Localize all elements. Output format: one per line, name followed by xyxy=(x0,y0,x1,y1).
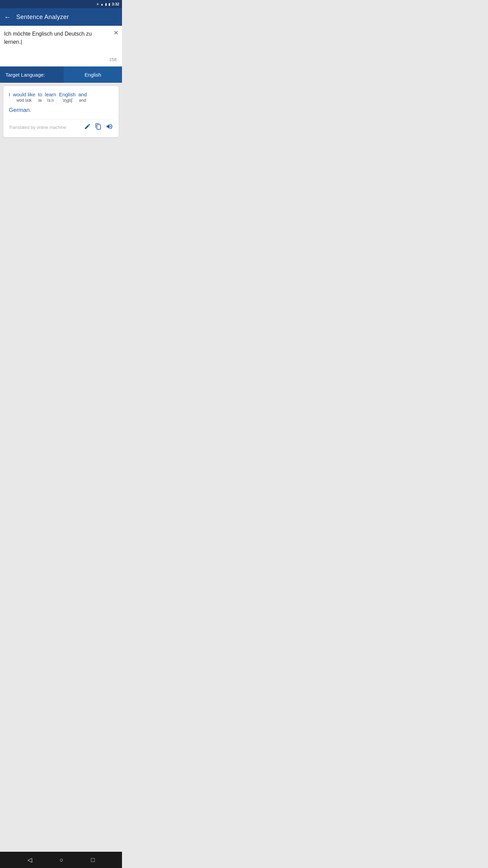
status-bar: ✳ ▲ ▮ ▮ 3:32 xyxy=(0,0,122,8)
word-phonetic: wʊd laɪk xyxy=(17,98,32,103)
word-main: and xyxy=(78,92,87,97)
word-phonetic: tə xyxy=(38,98,42,103)
word-item-learn: learn lɜːn xyxy=(45,92,56,103)
char-count: 158 xyxy=(4,56,118,65)
word-item-english: English ˈɪŋglɪʃ xyxy=(59,92,76,103)
edit-icon[interactable] xyxy=(84,123,91,132)
translated-extra: German. xyxy=(9,107,113,114)
signal-icon: ▲ xyxy=(100,2,104,6)
word-main: would like xyxy=(13,92,35,97)
volume-icon[interactable] xyxy=(106,123,113,132)
word-item-to: to tə xyxy=(38,92,42,103)
page-title: Sentence Analyzer xyxy=(16,14,69,21)
word-main: I xyxy=(9,92,10,97)
action-icons xyxy=(84,123,113,132)
target-language-label: Target Language: xyxy=(0,66,64,83)
result-card: I would like wʊd laɪk to tə learn lɜːn E… xyxy=(3,86,119,137)
language-bar: Target Language: English xyxy=(0,66,122,83)
back-button[interactable]: ← xyxy=(4,13,11,21)
top-bar: ← Sentence Analyzer xyxy=(0,8,122,26)
status-icons: ✳ ▲ ▮ ▮ 3:32 xyxy=(96,2,119,6)
input-area: Ich möchte Englisch und Deutsch zu lerne… xyxy=(0,26,122,66)
word-main: to xyxy=(38,92,42,97)
word-phonetic: lɜːn xyxy=(47,98,54,103)
bluetooth-icon: ✳ xyxy=(96,2,99,6)
word-main: learn xyxy=(45,92,56,97)
word-main: English xyxy=(59,92,76,97)
word-phonetic: ˈɪŋglɪʃ xyxy=(62,98,73,103)
sentence-input[interactable]: Ich möchte Englisch und Deutsch zu lerne… xyxy=(4,30,107,54)
translation-footer: Translated by online machine xyxy=(9,119,113,132)
translation-credit: Translated by online machine xyxy=(9,125,66,130)
status-time: 3:32 xyxy=(112,2,119,6)
word-analysis-row: I would like wʊd laɪk to tə learn lɜːn E… xyxy=(9,92,113,103)
word-item-i: I xyxy=(9,92,10,103)
copy-icon[interactable] xyxy=(95,123,102,132)
clear-button[interactable]: ✕ xyxy=(114,29,119,37)
word-phonetic: ənd xyxy=(79,98,86,103)
sim-icon: ▮ xyxy=(105,2,107,6)
content-area: I would like wʊd laɪk to tə learn lɜːn E… xyxy=(0,86,122,188)
word-item-and: and ənd xyxy=(78,92,87,103)
word-item-would-like: would like wʊd laɪk xyxy=(13,92,35,103)
battery-icon: ▮ xyxy=(108,2,110,6)
language-selector[interactable]: English xyxy=(64,66,122,83)
